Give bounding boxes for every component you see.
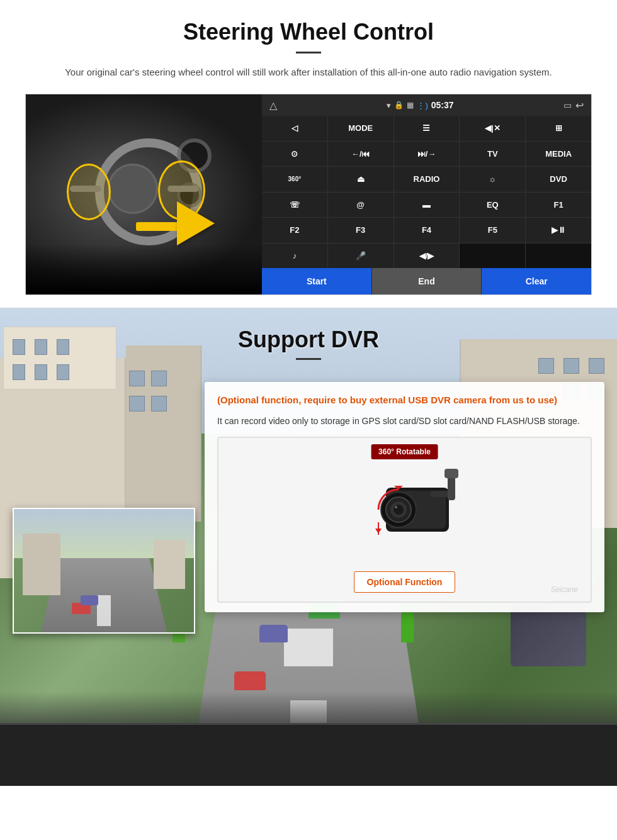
steering-title: Steering Wheel Control — [25, 19, 592, 45]
btn-settings[interactable]: ⊙ — [262, 142, 327, 167]
btn-radio[interactable]: RADIO — [394, 167, 460, 192]
btn-f5[interactable]: F5 — [460, 218, 525, 243]
lock-icon: 🔒 — [394, 101, 404, 109]
dvr-camera-box: 360° Rotatable — [217, 437, 592, 603]
btn-nav-back[interactable]: ◁ — [262, 116, 327, 141]
time-display: 05:37 — [431, 100, 454, 110]
btn-f1[interactable]: F1 — [526, 193, 591, 218]
btn-f3[interactable]: F3 — [328, 218, 393, 243]
swc-container: △ ▾ 🔒 ▦ ⋮) 05:37 ▭ ↩ ◁ MODE ☰ — [25, 94, 592, 295]
steering-wheel — [57, 126, 208, 264]
back-icon: ↩ — [575, 99, 584, 111]
sw-hub — [108, 164, 158, 214]
btn-media[interactable]: MEDIA — [526, 142, 591, 167]
dvr-title: Support DVR — [0, 327, 617, 353]
optional-function-badge: Optional Function — [354, 571, 456, 593]
dvr-content: (Optional function, require to buy exter… — [0, 382, 617, 634]
btn-seekbar[interactable]: ◀/▶ — [394, 244, 460, 269]
btn-f2[interactable]: F2 — [262, 218, 327, 243]
btn-eject[interactable]: ⏏ — [328, 167, 393, 192]
wifi-icon: ▾ — [387, 101, 391, 110]
steering-subtitle: Your original car's steering wheel contr… — [50, 65, 567, 80]
btn-menu[interactable]: ☰ — [394, 116, 460, 141]
btn-f4[interactable]: F4 — [394, 218, 460, 243]
btn-vol-mute[interactable]: ◀|✕ — [460, 116, 525, 141]
window-icon: ▭ — [563, 100, 572, 110]
sw-highlight-left — [67, 164, 111, 220]
btn-dvd[interactable]: DVD — [526, 167, 591, 192]
btn-mic[interactable]: 🎤 — [328, 244, 393, 269]
btn-empty-1 — [460, 244, 525, 269]
btn-tv[interactable]: TV — [460, 142, 525, 167]
btn-brightness[interactable]: ☼ — [460, 167, 525, 192]
btn-prev[interactable]: ←/⏮ — [328, 142, 393, 167]
bottom-bar: Start End Clear — [262, 268, 591, 294]
bt-icon: ⋮) — [417, 101, 427, 110]
btn-grid[interactable]: ⊞ — [526, 116, 591, 141]
steering-wheel-photo — [26, 94, 262, 294]
btn-browser[interactable]: @ — [328, 193, 393, 218]
dvr-thumbnail — [13, 508, 195, 634]
sim-icon: ▦ — [407, 101, 414, 109]
arrow-head — [177, 201, 215, 245]
dvr-divider — [296, 358, 321, 360]
dvr-header: Support DVR — [0, 308, 617, 369]
svg-rect-9 — [444, 469, 458, 478]
btn-bar[interactable]: ▬ — [394, 193, 460, 218]
status-bar-right: ▭ ↩ — [563, 99, 584, 111]
end-button[interactable]: End — [372, 268, 482, 294]
title-divider — [296, 52, 321, 53]
svg-point-6 — [395, 506, 397, 508]
button-grid: ◁ MODE ☰ ◀|✕ ⊞ ⊙ ←/⏮ ⏭/→ TV MEDIA 360° ⏏… — [262, 116, 591, 268]
btn-phone[interactable]: ☏ — [262, 193, 327, 218]
steering-wheel-section: Steering Wheel Control Your original car… — [0, 0, 617, 308]
camera-svg — [336, 453, 474, 560]
btn-mode[interactable]: MODE — [328, 116, 393, 141]
svg-marker-11 — [375, 529, 382, 534]
photo-bg — [26, 94, 262, 294]
btn-music[interactable]: ♪ — [262, 244, 327, 269]
svg-point-5 — [393, 505, 404, 515]
status-bar: △ ▾ 🔒 ▦ ⋮) 05:37 ▭ ↩ — [262, 94, 591, 116]
btn-next[interactable]: ⏭/→ — [394, 142, 460, 167]
status-bar-center: ▾ 🔒 ▦ ⋮) 05:37 — [387, 100, 453, 110]
dvr-info-box: (Optional function, require to buy exter… — [205, 382, 604, 612]
watermark: Seicane — [551, 585, 578, 594]
dvr-optional-text: (Optional function, require to buy exter… — [217, 393, 592, 408]
control-panel: △ ▾ 🔒 ▦ ⋮) 05:37 ▭ ↩ ◁ MODE ☰ — [262, 94, 591, 294]
dvr-description: It can record video only to storage in G… — [217, 414, 592, 428]
dvr-section: Support DVR (Optional function, require — [0, 308, 617, 786]
btn-eq[interactable]: EQ — [460, 193, 525, 218]
camera-svg-wrap — [227, 447, 582, 566]
clear-button[interactable]: Clear — [482, 268, 591, 294]
btn-empty-2 — [526, 244, 591, 269]
btn-play-pause[interactable]: ▶⏸ — [526, 218, 591, 243]
btn-360[interactable]: 360° — [262, 167, 327, 192]
home-icon: △ — [269, 99, 277, 111]
status-bar-left: △ — [269, 99, 277, 111]
start-button[interactable]: Start — [262, 268, 371, 294]
